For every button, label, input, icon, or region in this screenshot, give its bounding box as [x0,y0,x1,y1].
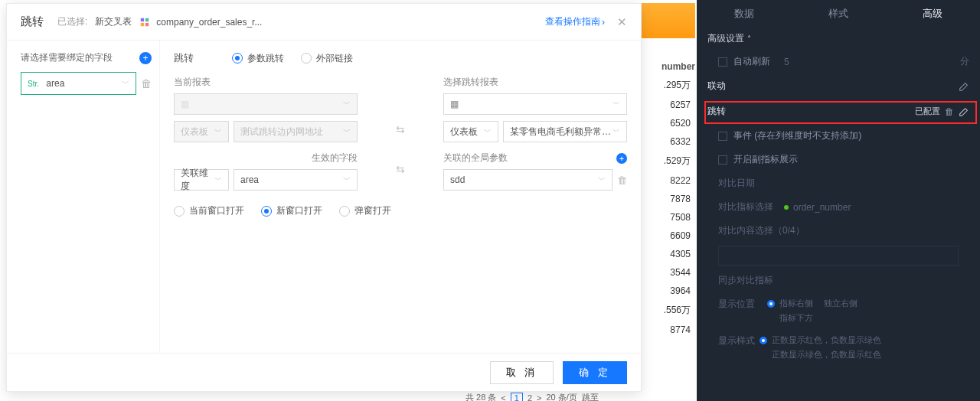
modal-body: 请选择需要绑定的字段 + Str. area ﹀ 🗑 跳转 参数 [7,41,641,354]
ecom-label: 某零售电商毛利额异常下滑 [510,126,612,139]
selected-prefix: 已选择: [57,15,87,28]
close-icon[interactable]: ✕ [617,15,627,29]
checkbox-icon[interactable] [718,155,727,165]
field-select[interactable]: Str. area ﹀ [21,72,136,95]
area-label: area [240,174,259,185]
left-column: 请选择需要绑定的字段 + Str. area ﹀ 🗑 [7,41,160,354]
left-header: 请选择需要绑定的字段 + [21,51,152,64]
jump-config-modal: 跳转 已选择: 新交叉表 company_order_sales_r... 查看… [6,3,642,392]
table-cell: 6520 [643,114,697,132]
radio-param-jump[interactable]: 参数跳转 [232,52,284,65]
global-params-label: 关联的全局参数 [443,152,508,165]
style-opt1[interactable]: 正数显示红色，负数显示绿色 [772,334,881,346]
dashboard-type-select: 仪表板 ﹀ [174,121,229,142]
edit-icon[interactable] [959,81,969,92]
cancel-button[interactable]: 取 消 [490,361,554,384]
bind-field-hint: 请选择需要绑定的字段 [21,51,113,64]
pos-opt1[interactable]: 指标右侧 [779,298,813,309]
delete-field-button[interactable]: 🗑 [141,77,152,90]
dashboard-type-select[interactable]: 仪表板 ﹀ [443,121,498,142]
area-select[interactable]: area ﹀ [234,169,358,191]
svg-rect-3 [145,22,149,25]
auto-refresh-unit: 分 [960,55,969,68]
relate-dim-select[interactable]: 关联维度 ﹀ [174,169,229,191]
radio-icon [174,206,185,217]
tab-data[interactable]: 数据 [697,0,791,28]
relate-dim-label: 关联维度 [181,167,214,193]
target-report-select[interactable]: ▦ ﹀ [443,93,627,115]
chevron-down-icon: ﹀ [214,174,222,185]
pos-opt3[interactable]: 指标下方 [767,312,914,324]
chevron-down-icon: ﹀ [343,126,351,137]
target-report-label: 选择跳转报表 [443,76,498,89]
current-report-label: 当前报表 [174,76,211,89]
table-cell: 4305 [643,245,697,263]
row-compare-date: 对比日期 [697,171,980,195]
open-popup-label: 弹窗打开 [354,204,391,217]
row-sub-metric[interactable]: 开启副指标展示 [697,148,980,171]
tab-advanced[interactable]: 高级 [886,0,980,28]
right-column: 跳转 参数跳转 外部链接 当前报表 ▦ ﹀ ⇆ [160,41,641,354]
tab-style[interactable]: 样式 [791,0,885,28]
svg-rect-0 [141,18,144,21]
global-param-select[interactable]: sdd ﹀ [443,169,612,191]
radio-icon [301,53,312,64]
advanced-section-label: 高级设置 [707,32,744,45]
advanced-section: 高级设置 ˄ [697,28,980,50]
pos-opt2[interactable]: 独立右侧 [824,298,858,309]
checkbox-icon[interactable] [718,57,727,67]
intranet-select: 测试跳转边内网地址 ﹀ [234,121,358,142]
view-guide-link[interactable]: 查看操作指南 › [545,15,605,28]
field-type-tag: Str. [28,80,39,88]
radio-dot-icon[interactable] [760,337,767,344]
radio-external-label: 外部链接 [316,52,353,65]
event-label: 事件 (存在列维度时不支持添加) [733,129,861,142]
add-field-button[interactable]: + [139,52,152,64]
dataset-icon [139,17,150,28]
pager-size[interactable]: 20 条/页 [546,392,577,401]
current-report-select: ▦ ﹀ [174,93,358,115]
target-dashboard-select[interactable]: 某零售电商毛利额异常下滑 ﹀ [503,121,627,142]
dashboard-label: 仪表板 [450,126,478,139]
right-settings-panel: 数据 样式 高级 高级设置 ˄ 自动刷新 5 分 联动 跳转 已配置 🗑 事件 … [697,0,980,401]
compare-metric-value: order_number [793,202,851,213]
table-cell: 8774 [643,321,697,339]
chevron-up-icon: ˄ [747,34,751,43]
svg-rect-2 [141,22,144,25]
radio-open-new[interactable]: 新窗口打开 [261,204,322,217]
compare-content-select[interactable] [718,246,959,266]
chevron-down-icon: ﹀ [343,99,351,109]
pager-page-1[interactable]: 1 [511,393,523,402]
chevron-down-icon: ﹀ [122,78,129,89]
intranet-label: 测试跳转边内网地址 [240,126,323,139]
pager-total: 共 28 条 [466,392,496,401]
field-param-row: 生效的字段 关联维度 ﹀ area ﹀ ⇆ [174,152,627,191]
table-cell: 6257 [643,96,697,114]
style-opt2[interactable]: 正数显示绿色，负数显示红色 [760,349,881,360]
radio-external-link[interactable]: 外部链接 [301,52,353,65]
pager-page-2[interactable]: 2 [528,393,532,402]
svg-rect-1 [145,18,149,21]
table-cell: 6332 [643,132,697,151]
row-auto-refresh[interactable]: 自动刷新 5 分 [697,50,980,73]
row-linkage[interactable]: 联动 [697,73,980,99]
report-icon: ▦ [181,99,194,109]
auto-refresh-value: 5 [784,57,789,67]
radio-dot-icon[interactable] [767,300,775,308]
table-cell: .295万 [643,75,697,96]
row-event: 事件 (存在列维度时不支持添加) [697,124,980,148]
dataset-chip: company_order_sales_r... [139,17,262,28]
ok-button[interactable]: 确 定 [563,361,627,384]
delete-param-button[interactable]: 🗑 [617,174,627,186]
add-param-button[interactable]: + [616,153,627,164]
radio-open-popup[interactable]: 弹窗打开 [339,204,391,217]
modal-header: 跳转 已选择: 新交叉表 company_order_sales_r... 查看… [7,4,641,41]
pager-prev-icon[interactable]: < [501,393,505,402]
radio-open-current[interactable]: 当前窗口打开 [174,204,244,217]
radio-icon [261,206,272,217]
row-show-position: 显示位置 指标右侧 独立右侧 指标下方 [697,292,980,329]
jump-label: 跳转 [174,51,232,65]
rp-tabs: 数据 样式 高级 [697,0,980,28]
open-new-label: 新窗口打开 [276,204,322,217]
pager-next-icon[interactable]: > [537,393,541,402]
